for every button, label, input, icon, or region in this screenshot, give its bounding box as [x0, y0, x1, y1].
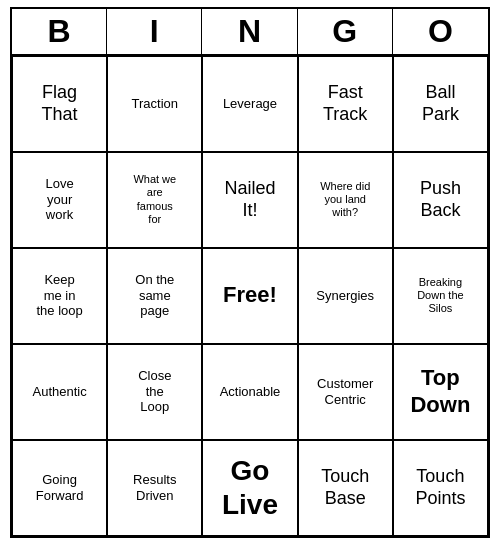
cell-2-2: What wearefamousfor — [107, 152, 202, 248]
cell-4-3: Actionable — [202, 344, 297, 440]
cell-3-1: Keepme inthe loop — [12, 248, 107, 344]
cell-5-3: GoLive — [202, 440, 297, 536]
cell-1-5: BallPark — [393, 56, 488, 152]
bingo-header: B I N G O — [12, 9, 488, 56]
header-b: B — [12, 9, 107, 54]
cell-2-4: Where didyou landwith? — [298, 152, 393, 248]
cell-1-4: FastTrack — [298, 56, 393, 152]
cell-1-1: FlagThat — [12, 56, 107, 152]
cell-1-2: Traction — [107, 56, 202, 152]
cell-3-3-free: Free! — [202, 248, 297, 344]
header-g: G — [298, 9, 393, 54]
cell-4-4: CustomerCentric — [298, 344, 393, 440]
bingo-grid: FlagThat Traction Leverage FastTrack Bal… — [12, 56, 488, 536]
cell-2-3: NailedIt! — [202, 152, 297, 248]
cell-5-2: ResultsDriven — [107, 440, 202, 536]
cell-5-1: GoingForward — [12, 440, 107, 536]
cell-3-5: BreakingDown theSilos — [393, 248, 488, 344]
cell-5-4: TouchBase — [298, 440, 393, 536]
cell-1-3: Leverage — [202, 56, 297, 152]
cell-4-5: TopDown — [393, 344, 488, 440]
cell-2-1: Loveyourwork — [12, 152, 107, 248]
header-n: N — [202, 9, 297, 54]
cell-4-2: ClosetheLoop — [107, 344, 202, 440]
cell-3-4: Synergies — [298, 248, 393, 344]
cell-4-1: Authentic — [12, 344, 107, 440]
cell-2-5: PushBack — [393, 152, 488, 248]
header-o: O — [393, 9, 488, 54]
bingo-card: B I N G O FlagThat Traction Leverage Fas… — [10, 7, 490, 538]
header-i: I — [107, 9, 202, 54]
cell-5-5: TouchPoints — [393, 440, 488, 536]
cell-3-2: On thesamepage — [107, 248, 202, 344]
